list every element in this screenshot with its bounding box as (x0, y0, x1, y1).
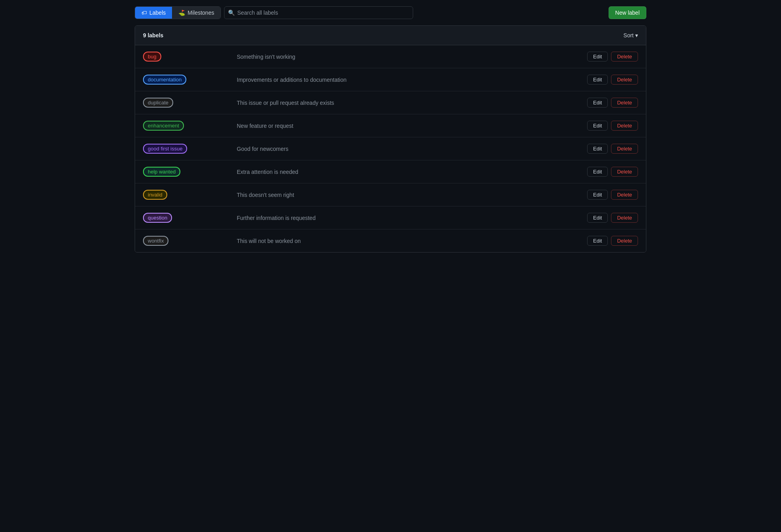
sort-label: Sort (623, 32, 634, 39)
labels-count: 9 labels (143, 32, 163, 39)
chevron-down-icon: ▾ (635, 32, 638, 39)
label-actions: Edit Delete (587, 236, 638, 246)
label-description: Improvements or additions to documentati… (237, 77, 581, 83)
milestones-icon: ⛳ (178, 10, 185, 16)
label-badge: duplicate (143, 98, 173, 108)
label-description: Something isn't working (237, 54, 581, 60)
label-name-col: bug (143, 52, 230, 62)
label-description: New feature or request (237, 123, 581, 129)
label-badge: documentation (143, 75, 186, 85)
search-icon: 🔍 (228, 10, 235, 16)
label-actions: Edit Delete (587, 190, 638, 200)
label-row: bug Something isn't working Edit Delete (135, 45, 646, 68)
milestones-tab-label: Milestones (188, 10, 214, 16)
edit-button[interactable]: Edit (587, 98, 608, 108)
labels-header: 9 labels Sort ▾ (135, 26, 646, 45)
edit-button[interactable]: Edit (587, 75, 608, 85)
edit-button[interactable]: Edit (587, 121, 608, 131)
label-description: Further information is requested (237, 215, 581, 221)
delete-button[interactable]: Delete (611, 144, 638, 154)
top-bar: 🏷 Labels ⛳ Milestones 🔍 New label (135, 6, 646, 19)
search-wrapper: 🔍 (224, 6, 413, 19)
label-row: question Further information is requeste… (135, 206, 646, 229)
label-name-col: documentation (143, 75, 230, 85)
label-name-col: question (143, 213, 230, 223)
label-row: duplicate This issue or pull request alr… (135, 91, 646, 114)
label-badge: good first issue (143, 144, 187, 154)
labels-list: bug Something isn't working Edit Delete … (135, 45, 646, 252)
edit-button[interactable]: Edit (587, 190, 608, 200)
label-description: Good for newcomers (237, 146, 581, 152)
label-row: enhancement New feature or request Edit … (135, 114, 646, 137)
edit-button[interactable]: Edit (587, 167, 608, 177)
delete-button[interactable]: Delete (611, 98, 638, 108)
label-row: help wanted Extra attention is needed Ed… (135, 160, 646, 183)
new-label-button[interactable]: New label (609, 6, 646, 19)
tab-milestones[interactable]: ⛳ Milestones (172, 7, 220, 19)
label-description: This will not be worked on (237, 238, 581, 244)
edit-button[interactable]: Edit (587, 213, 608, 223)
labels-container: 9 labels Sort ▾ bug Something isn't work… (135, 25, 646, 253)
label-actions: Edit Delete (587, 167, 638, 177)
edit-button[interactable]: Edit (587, 144, 608, 154)
label-badge: invalid (143, 190, 167, 200)
label-actions: Edit Delete (587, 213, 638, 223)
label-badge: wontfix (143, 236, 168, 246)
label-badge: question (143, 213, 172, 223)
search-input[interactable] (224, 6, 413, 19)
tab-group: 🏷 Labels ⛳ Milestones (135, 6, 221, 19)
label-row: good first issue Good for newcomers Edit… (135, 137, 646, 160)
label-row: invalid This doesn't seem right Edit Del… (135, 183, 646, 206)
labels-tab-label: Labels (149, 10, 166, 16)
tab-labels[interactable]: 🏷 Labels (135, 7, 172, 19)
label-badge: bug (143, 52, 161, 62)
delete-button[interactable]: Delete (611, 236, 638, 246)
label-actions: Edit Delete (587, 52, 638, 62)
label-actions: Edit Delete (587, 144, 638, 154)
label-row: documentation Improvements or additions … (135, 68, 646, 91)
delete-button[interactable]: Delete (611, 213, 638, 223)
edit-button[interactable]: Edit (587, 236, 608, 246)
label-description: This issue or pull request already exist… (237, 100, 581, 106)
label-badge: enhancement (143, 121, 184, 131)
label-name-col: help wanted (143, 167, 230, 177)
delete-button[interactable]: Delete (611, 52, 638, 62)
label-name-col: enhancement (143, 121, 230, 131)
label-actions: Edit Delete (587, 98, 638, 108)
labels-icon: 🏷 (141, 10, 147, 16)
label-badge: help wanted (143, 167, 180, 177)
label-name-col: invalid (143, 190, 230, 200)
delete-button[interactable]: Delete (611, 190, 638, 200)
label-actions: Edit Delete (587, 75, 638, 85)
label-actions: Edit Delete (587, 121, 638, 131)
label-name-col: good first issue (143, 144, 230, 154)
delete-button[interactable]: Delete (611, 75, 638, 85)
label-description: Extra attention is needed (237, 169, 581, 175)
delete-button[interactable]: Delete (611, 121, 638, 131)
label-name-col: duplicate (143, 98, 230, 108)
label-row: wontfix This will not be worked on Edit … (135, 229, 646, 252)
label-name-col: wontfix (143, 236, 230, 246)
delete-button[interactable]: Delete (611, 167, 638, 177)
label-description: This doesn't seem right (237, 192, 581, 198)
sort-button[interactable]: Sort ▾ (623, 32, 638, 39)
edit-button[interactable]: Edit (587, 52, 608, 62)
